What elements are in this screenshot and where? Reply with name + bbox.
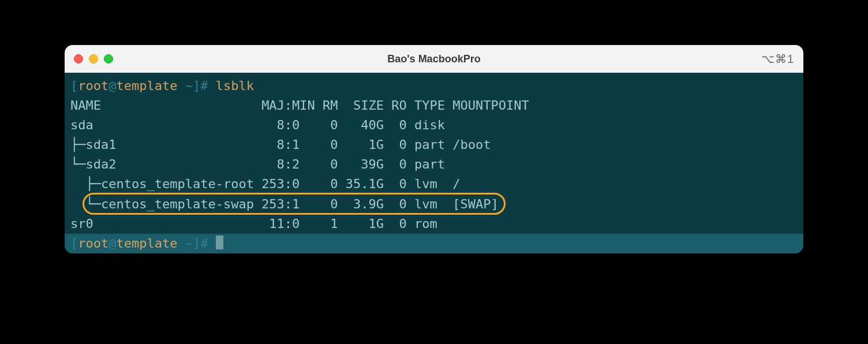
window-title: Bao's MacbookPro (65, 53, 803, 65)
minimize-icon[interactable] (89, 54, 98, 63)
prompt-host: template (116, 236, 177, 250)
prompt-cwd: ~ (177, 78, 193, 93)
lsblk-row: └─sda2 8:2 0 39G 0 part (70, 155, 798, 174)
prompt-open: [ (70, 236, 78, 250)
titlebar[interactable]: Bao's MacbookPro ⌥⌘1 (65, 45, 803, 73)
cursor-icon (216, 235, 223, 249)
terminal-window: Bao's MacbookPro ⌥⌘1 [root@template ~]# … (65, 45, 803, 253)
prompt-open: [ (70, 78, 78, 93)
close-icon[interactable] (74, 54, 83, 63)
prompt-host: template (116, 78, 177, 93)
command-text: lsblk (216, 78, 254, 93)
prompt-at: @ (108, 236, 116, 250)
lsblk-header: NAME MAJ:MIN RM SIZE RO TYPE MOUNTPOINT (70, 96, 798, 115)
prompt-line: [root@template ~]# lsblk (70, 76, 798, 96)
lsblk-row: sr0 11:0 1 1G 0 rom (70, 214, 798, 234)
tab-shortcut: ⌥⌘1 (761, 52, 794, 66)
traffic-lights (74, 54, 113, 63)
prompt-cwd: ~ (177, 236, 193, 250)
lsblk-row: ├─centos_template-root 253:0 0 35.1G 0 l… (70, 174, 798, 194)
active-prompt-line[interactable]: [root@template ~]# (65, 234, 803, 253)
lsblk-row-highlighted: └─centos_template-swap 253:1 0 3.9G 0 lv… (70, 195, 798, 214)
lsblk-row: sda 8:0 0 40G 0 disk (70, 115, 798, 135)
terminal-body[interactable]: [root@template ~]# lsblk NAME MAJ:MIN RM… (65, 73, 803, 253)
lsblk-row: ├─sda1 8:1 0 1G 0 part /boot (70, 135, 798, 155)
prompt-user: root (78, 236, 108, 250)
prompt-close: ]# (193, 78, 216, 93)
zoom-icon[interactable] (104, 54, 113, 63)
prompt-at: @ (108, 78, 116, 93)
prompt-close: ]# (193, 236, 216, 250)
prompt-user: root (78, 78, 108, 93)
